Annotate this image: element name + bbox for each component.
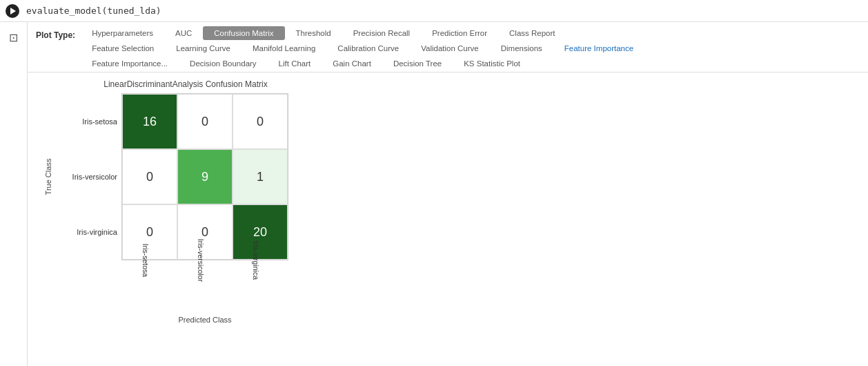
matrix-cell-4: 9 <box>177 149 233 204</box>
chart-title: LinearDiscriminantAnalysis Confusion Mat… <box>103 79 267 89</box>
plot-type-rows: Hyperparameters AUC Confusion Matrix Thr… <box>81 26 644 72</box>
btn-dimensions[interactable]: Dimensions <box>490 41 553 55</box>
btn-confusion-matrix[interactable]: Confusion Matrix <box>203 26 284 40</box>
col-label-2: Iris-virginica <box>233 263 288 311</box>
matrix-with-labels: True Class Iris-setosa Iris-versicolor I… <box>41 93 288 324</box>
matrix-cell-2: 0 <box>233 94 288 149</box>
x-axis-label: Predicted Class <box>178 316 231 324</box>
plot-type-label: Plot Type: <box>36 30 75 40</box>
sidebar-icon-output[interactable]: ⊡ <box>4 28 23 47</box>
btn-ks-statistic-plot[interactable]: KS Statistic Plot <box>453 57 531 70</box>
top-bar: evaluate_model(tuned_lda) <box>0 0 868 22</box>
btn-feature-selection[interactable]: Feature Selection <box>81 41 165 55</box>
col-labels: Iris-setosa Iris-versicolor Iris-virgini… <box>122 263 288 311</box>
btn-threshold[interactable]: Threshold <box>285 26 342 40</box>
sidebar: ⊡ <box>0 22 28 366</box>
btn-learning-curve[interactable]: Learning Curve <box>165 41 241 55</box>
btn-validation-curve[interactable]: Validation Curve <box>410 41 490 55</box>
chart-area: LinearDiscriminantAnalysis Confusion Mat… <box>28 73 868 366</box>
matrix-grid: 16000910020 <box>121 93 288 260</box>
btn-precision-recall[interactable]: Precision Recall <box>342 26 421 40</box>
y-axis-label: True Class <box>44 159 52 195</box>
row-label-1: Iris-versicolor <box>55 149 117 204</box>
confusion-matrix-container: LinearDiscriminantAnalysis Confusion Mat… <box>41 79 288 324</box>
matrix-cell-0: 16 <box>122 94 177 149</box>
btn-calibration-curve[interactable]: Calibration Curve <box>326 41 410 55</box>
matrix-cell-3: 0 <box>122 149 177 204</box>
matrix-cell-1: 0 <box>177 94 233 149</box>
main-area: ⊡ Plot Type: Hyperparameters AUC Confusi… <box>0 22 868 366</box>
y-axis-label-container: True Class <box>41 94 55 260</box>
btn-manifold-learning[interactable]: Manifold Learning <box>241 41 326 55</box>
row-labels: Iris-setosa Iris-versicolor Iris-virgini… <box>55 94 117 260</box>
code-label: evaluate_model(tuned_lda) <box>26 6 161 16</box>
plot-type-row-2: Feature Selection Learning Curve Manifol… <box>81 41 644 55</box>
plot-type-row-3: Feature Importance... Decision Boundary … <box>81 57 644 70</box>
matrix-cell-5: 1 <box>233 149 288 204</box>
row-label-0: Iris-setosa <box>55 94 117 149</box>
btn-hyperparameters[interactable]: Hyperparameters <box>81 26 164 40</box>
plot-type-bar: Plot Type: Hyperparameters AUC Confusion… <box>28 22 868 73</box>
matrix-row-area: True Class Iris-setosa Iris-versicolor I… <box>41 93 288 260</box>
content-area: Plot Type: Hyperparameters AUC Confusion… <box>28 22 868 366</box>
btn-class-report[interactable]: Class Report <box>498 26 566 40</box>
btn-lift-chart[interactable]: Lift Chart <box>268 57 322 70</box>
play-button[interactable] <box>6 4 19 18</box>
col-labels-area: Iris-setosa Iris-versicolor Iris-virgini… <box>122 260 288 324</box>
btn-feature-importance[interactable]: Feature Importance <box>553 41 644 55</box>
plot-type-row-1: Hyperparameters AUC Confusion Matrix Thr… <box>81 26 644 40</box>
btn-feature-importance-dots[interactable]: Feature Importance... <box>81 57 179 70</box>
btn-decision-boundary[interactable]: Decision Boundary <box>179 57 268 70</box>
btn-decision-tree[interactable]: Decision Tree <box>382 57 453 70</box>
btn-auc[interactable]: AUC <box>164 26 203 40</box>
btn-gain-chart[interactable]: Gain Chart <box>322 57 382 70</box>
btn-prediction-error[interactable]: Prediction Error <box>421 26 498 40</box>
